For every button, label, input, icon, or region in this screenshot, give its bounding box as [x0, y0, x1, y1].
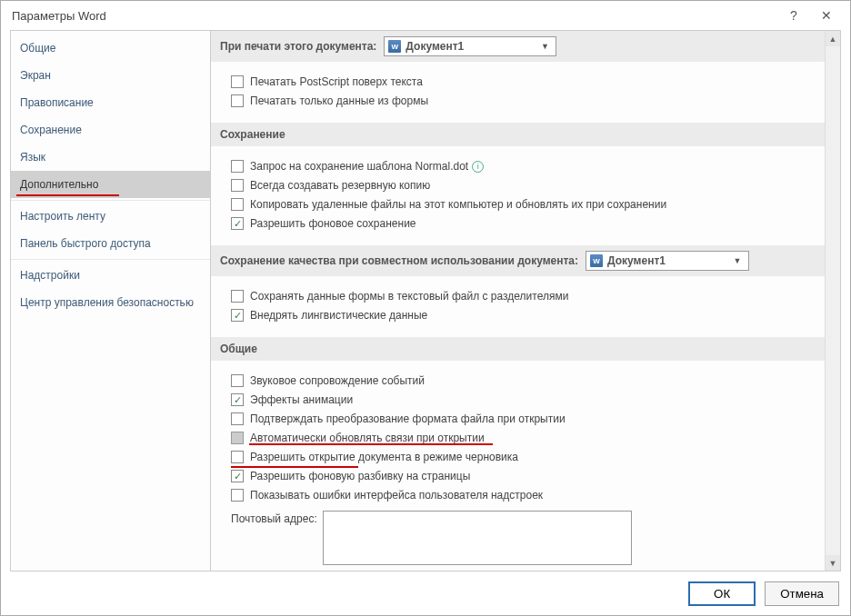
- general-opt-row-1: Эффекты анимации: [231, 392, 816, 408]
- general-opt-checkbox-4[interactable]: [231, 451, 244, 463]
- general-opt-row-3: Автоматически обновлять связи при открыт…: [231, 430, 816, 446]
- print-document-combo[interactable]: W Документ1 ▼: [384, 36, 556, 56]
- general-opt-row-6: Показывать ошибки интерфейса пользовател…: [231, 487, 816, 503]
- quality-opt-row-0: Сохранять данные формы в текстовый файл …: [231, 288, 816, 304]
- save-opt-label-3: Разрешить фоновое сохранение: [250, 217, 416, 230]
- general-opt-row-5: Разрешить фоновую разбивку на страницы: [231, 468, 816, 484]
- save-opt-checkbox-3[interactable]: [231, 217, 244, 230]
- sidebar-item-8[interactable]: Надстройки: [11, 262, 210, 289]
- section-print-title: При печати этого документа:: [220, 40, 376, 53]
- sidebar-item-5[interactable]: Дополнительно: [11, 171, 210, 198]
- vertical-scrollbar[interactable]: ▲ ▼: [825, 31, 840, 571]
- dialog-footer: ОК Отмена: [1, 571, 850, 615]
- quality-opt-label-1: Внедрять лингвистические данные: [250, 309, 427, 322]
- sidebar-item-2[interactable]: Правописание: [11, 89, 210, 116]
- save-opt-row-1: Всегда создавать резервную копию: [231, 177, 816, 194]
- cancel-button[interactable]: Отмена: [765, 581, 839, 606]
- general-opt-label-3: Автоматически обновлять связи при открыт…: [250, 432, 485, 444]
- general-opt-checkbox-2[interactable]: [231, 412, 244, 425]
- scroll-up-button[interactable]: ▲: [826, 31, 840, 46]
- scroll-area: При печати этого документа: W Документ1 …: [211, 31, 825, 571]
- sidebar-item-3[interactable]: Сохранение: [11, 116, 210, 144]
- main-panel: При печати этого документа: W Документ1 …: [210, 30, 841, 571]
- quality-document-value: Документ1: [607, 254, 666, 267]
- section-quality-body: Сохранять данные формы в текстовый файл …: [211, 276, 825, 337]
- save-opt-checkbox-2[interactable]: [231, 198, 244, 211]
- sidebar-item-1[interactable]: Экран: [11, 62, 210, 89]
- save-opt-label-2: Копировать удаленные файлы на этот компь…: [250, 198, 666, 211]
- mail-address-input[interactable]: [323, 511, 632, 565]
- content-area: ОбщиеЭкранПравописаниеСохранениеЯзыкДопо…: [1, 30, 850, 571]
- general-opt-checkbox-6[interactable]: [231, 489, 244, 502]
- general-opt-row-4: Разрешить открытие документа в режиме че…: [231, 449, 816, 465]
- section-general-body: Звуковое сопровождение событийЭффекты ан…: [211, 361, 825, 571]
- general-opt-label-1: Эффекты анимации: [250, 393, 353, 406]
- save-opt-checkbox-1[interactable]: [231, 179, 244, 192]
- save-opt-label-0: Запрос на сохранение шаблона Normal.dot: [250, 160, 468, 173]
- section-save-body: Запрос на сохранение шаблона Normal.doti…: [211, 146, 825, 245]
- section-save-header: Сохранение: [211, 123, 825, 146]
- sidebar-item-0[interactable]: Общие: [11, 35, 210, 62]
- sidebar-item-6[interactable]: Настроить ленту: [11, 203, 210, 230]
- general-opt-label-4: Разрешить открытие документа в режиме че…: [250, 451, 518, 463]
- section-print-header: При печати этого документа: W Документ1 …: [211, 31, 825, 62]
- general-opt-label-2: Подтверждать преобразование формата файл…: [250, 412, 566, 425]
- red-underline: [16, 194, 119, 196]
- section-quality-title: Сохранение качества при совместном испол…: [220, 254, 578, 267]
- section-print-body: Печатать PostScript поверх текстаПечатат…: [211, 62, 825, 123]
- general-opt-row-2: Подтверждать преобразование формата файл…: [231, 411, 816, 427]
- sidebar: ОбщиеЭкранПравописаниеСохранениеЯзыкДопо…: [10, 30, 210, 571]
- print-opt-label-0: Печатать PostScript поверх текста: [250, 75, 423, 88]
- quality-opt-label-0: Сохранять данные формы в текстовый файл …: [250, 290, 568, 303]
- chevron-down-icon: ▼: [730, 256, 745, 265]
- sidebar-separator: [11, 259, 210, 260]
- save-opt-row-3: Разрешить фоновое сохранение: [231, 215, 816, 232]
- sidebar-item-9[interactable]: Центр управления безопасностью: [11, 289, 210, 316]
- sidebar-item-4[interactable]: Язык: [11, 144, 210, 171]
- general-opt-checkbox-0[interactable]: [231, 374, 244, 387]
- quality-document-combo[interactable]: W Документ1 ▼: [586, 251, 749, 271]
- print-opt-checkbox-0[interactable]: [231, 75, 244, 88]
- save-opt-checkbox-0[interactable]: [231, 160, 244, 173]
- save-opt-row-0: Запрос на сохранение шаблона Normal.doti: [231, 158, 816, 174]
- general-opt-label-0: Звуковое сопровождение событий: [250, 374, 425, 387]
- save-opt-row-2: Копировать удаленные файлы на этот компь…: [231, 196, 816, 213]
- scroll-down-button[interactable]: ▼: [826, 555, 840, 571]
- section-general-header: Общие: [211, 337, 825, 361]
- sidebar-item-7[interactable]: Панель быстрого доступа: [11, 230, 210, 257]
- quality-opt-checkbox-0[interactable]: [231, 290, 244, 303]
- general-opt-label-6: Показывать ошибки интерфейса пользовател…: [250, 489, 543, 502]
- word-options-dialog: Параметры Word ? ✕ ОбщиеЭкранПравописани…: [0, 0, 851, 616]
- word-doc-icon: W: [388, 40, 401, 53]
- word-doc-icon: W: [590, 254, 603, 267]
- chevron-down-icon: ▼: [537, 42, 552, 51]
- quality-opt-row-1: Внедрять лингвистические данные: [231, 307, 816, 323]
- print-opt-row-1: Печатать только данные из формы: [231, 93, 816, 109]
- titlebar: Параметры Word ? ✕: [1, 1, 850, 30]
- info-icon[interactable]: i: [472, 161, 484, 173]
- ok-button[interactable]: ОК: [688, 581, 756, 606]
- help-button[interactable]: ?: [777, 3, 810, 28]
- mail-address-label: Почтовый адрес:: [231, 511, 317, 525]
- sidebar-separator: [11, 200, 210, 201]
- save-opt-label-1: Всегда создавать резервную копию: [250, 179, 430, 192]
- print-opt-checkbox-1[interactable]: [231, 94, 244, 107]
- print-opt-label-1: Печатать только данные из формы: [250, 94, 428, 107]
- section-save-title: Сохранение: [220, 128, 285, 141]
- mail-address-row: Почтовый адрес:: [231, 511, 816, 565]
- section-general-title: Общие: [220, 343, 257, 355]
- section-quality-header: Сохранение качества при совместном испол…: [211, 245, 825, 276]
- print-document-value: Документ1: [405, 40, 464, 53]
- general-opt-label-5: Разрешить фоновую разбивку на страницы: [250, 470, 470, 482]
- print-opt-row-0: Печатать PostScript поверх текста: [231, 74, 816, 90]
- quality-opt-checkbox-1[interactable]: [231, 309, 244, 322]
- general-opt-checkbox-3[interactable]: [231, 432, 244, 444]
- dialog-title: Параметры Word: [12, 9, 777, 23]
- general-opt-checkbox-1[interactable]: [231, 393, 244, 406]
- general-opt-row-0: Звуковое сопровождение событий: [231, 373, 816, 389]
- general-opt-checkbox-5[interactable]: [231, 470, 244, 482]
- close-button[interactable]: ✕: [810, 3, 843, 28]
